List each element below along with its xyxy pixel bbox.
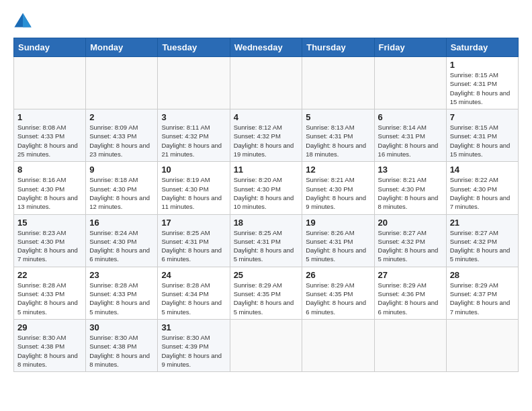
calendar-cell: 10 Sunrise: 8:19 AMSunset: 4:30 PMDaylig… [158,162,230,214]
calendar-cell: 15 Sunrise: 8:23 AMSunset: 4:30 PMDaylig… [14,214,86,267]
day-info: Sunrise: 8:08 AMSunset: 4:33 PMDaylight:… [17,124,78,158]
week-row-2: 8 Sunrise: 8:16 AMSunset: 4:30 PMDayligh… [14,162,519,214]
day-number: 21 [450,218,515,228]
day-info: Sunrise: 8:15 AMSunset: 4:31 PMDaylight:… [450,124,511,158]
day-info: Sunrise: 8:28 AMSunset: 4:34 PMDaylight:… [161,281,222,316]
calendar-cell: 5 Sunrise: 8:13 AMSunset: 4:31 PMDayligh… [302,109,374,162]
calendar-cell: 6 Sunrise: 8:14 AMSunset: 4:31 PMDayligh… [374,109,446,162]
day-number: 30 [89,322,154,332]
calendar-cell [446,319,518,371]
calendar-cell: 25 Sunrise: 8:29 AMSunset: 4:35 PMDaylig… [230,267,302,319]
day-number: 11 [234,165,299,175]
day-info: Sunrise: 8:16 AMSunset: 4:30 PMDaylight:… [17,176,78,210]
day-number: 8 [17,165,82,175]
day-info: Sunrise: 8:27 AMSunset: 4:32 PMDaylight:… [450,229,511,263]
header-sunday: Sunday [14,38,86,57]
day-info: Sunrise: 8:30 AMSunset: 4:38 PMDaylight:… [17,334,78,368]
day-info: Sunrise: 8:11 AMSunset: 4:32 PMDaylight:… [161,124,222,158]
calendar-cell: 27 Sunrise: 8:29 AMSunset: 4:36 PMDaylig… [374,267,446,319]
calendar-cell: 23 Sunrise: 8:28 AMSunset: 4:33 PMDaylig… [86,267,158,319]
day-number: 16 [89,218,154,228]
day-number: 20 [378,218,443,228]
calendar-cell: 26 Sunrise: 8:29 AMSunset: 4:35 PMDaylig… [302,267,374,319]
calendar-cell: 28 Sunrise: 8:29 AMSunset: 4:37 PMDaylig… [446,267,518,319]
day-info: Sunrise: 8:23 AMSunset: 4:30 PMDaylight:… [17,229,78,263]
week-row-3: 15 Sunrise: 8:23 AMSunset: 4:30 PMDaylig… [14,214,519,267]
week-row-4: 22 Sunrise: 8:28 AMSunset: 4:33 PMDaylig… [14,267,519,319]
header-monday: Monday [86,38,158,57]
day-info: Sunrise: 8:24 AMSunset: 4:30 PMDaylight:… [89,229,150,263]
calendar-cell [302,319,374,371]
day-number: 6 [378,112,443,122]
day-info: Sunrise: 8:15 AMSunset: 4:31 PMDaylight:… [450,71,511,105]
calendar-cell [230,319,302,371]
day-info: Sunrise: 8:28 AMSunset: 4:33 PMDaylight:… [17,281,78,316]
day-number: 17 [161,218,226,228]
day-info: Sunrise: 8:29 AMSunset: 4:35 PMDaylight:… [234,281,294,316]
day-number: 15 [17,218,82,228]
day-number: 14 [450,165,515,175]
calendar-cell [374,57,446,109]
calendar-cell: 3 Sunrise: 8:11 AMSunset: 4:32 PMDayligh… [158,109,230,162]
day-info: Sunrise: 8:21 AMSunset: 4:30 PMDaylight:… [378,176,439,210]
day-info: Sunrise: 8:18 AMSunset: 4:30 PMDaylight:… [89,176,150,210]
calendar-cell: 17 Sunrise: 8:25 AMSunset: 4:31 PMDaylig… [158,214,230,267]
calendar-cell [302,57,374,109]
calendar-header-row: SundayMondayTuesdayWednesdayThursdayFrid… [14,38,519,57]
calendar-cell: 16 Sunrise: 8:24 AMSunset: 4:30 PMDaylig… [86,214,158,267]
day-number: 28 [450,270,515,280]
calendar-cell: 20 Sunrise: 8:27 AMSunset: 4:32 PMDaylig… [374,214,446,267]
day-number: 19 [306,218,370,228]
day-info: Sunrise: 8:29 AMSunset: 4:37 PMDaylight:… [450,281,511,316]
calendar-cell [158,57,230,109]
header-friday: Friday [374,38,446,57]
logo [13,11,35,30]
day-info: Sunrise: 8:29 AMSunset: 4:35 PMDaylight:… [306,281,366,316]
day-info: Sunrise: 8:09 AMSunset: 4:33 PMDaylight:… [89,124,150,158]
day-info: Sunrise: 8:30 AMSunset: 4:38 PMDaylight:… [89,334,150,368]
day-number: 9 [89,165,154,175]
day-info: Sunrise: 8:25 AMSunset: 4:31 PMDaylight:… [161,229,222,263]
calendar-cell: 14 Sunrise: 8:22 AMSunset: 4:30 PMDaylig… [446,162,518,214]
calendar-cell [374,319,446,371]
calendar-cell: 22 Sunrise: 8:28 AMSunset: 4:33 PMDaylig… [14,267,86,319]
day-info: Sunrise: 8:22 AMSunset: 4:30 PMDaylight:… [450,176,511,210]
day-info: Sunrise: 8:12 AMSunset: 4:32 PMDaylight:… [234,124,294,158]
calendar-cell [14,57,86,109]
day-info: Sunrise: 8:21 AMSunset: 4:30 PMDaylight:… [306,176,366,210]
day-number: 29 [17,322,82,332]
day-number: 5 [306,112,370,122]
calendar-cell: 19 Sunrise: 8:26 AMSunset: 4:31 PMDaylig… [302,214,374,267]
calendar-cell: 7 Sunrise: 8:15 AMSunset: 4:31 PMDayligh… [446,109,518,162]
calendar-cell: 1 Sunrise: 8:08 AMSunset: 4:33 PMDayligh… [14,109,86,162]
day-info: Sunrise: 8:29 AMSunset: 4:36 PMDaylight:… [378,281,439,316]
svg-marker-1 [23,13,32,28]
calendar-cell: 2 Sunrise: 8:09 AMSunset: 4:33 PMDayligh… [86,109,158,162]
day-number: 3 [161,112,226,122]
calendar-cell [86,57,158,109]
day-number: 22 [17,270,82,280]
week-row-1: 1 Sunrise: 8:08 AMSunset: 4:33 PMDayligh… [14,109,519,162]
day-number: 26 [306,270,370,280]
day-number: 27 [378,270,443,280]
day-info: Sunrise: 8:20 AMSunset: 4:30 PMDaylight:… [234,176,294,210]
day-number: 2 [89,112,154,122]
day-info: Sunrise: 8:28 AMSunset: 4:33 PMDaylight:… [89,281,150,316]
day-info: Sunrise: 8:30 AMSunset: 4:39 PMDaylight:… [161,334,222,368]
calendar-cell: 29 Sunrise: 8:30 AMSunset: 4:38 PMDaylig… [14,319,86,371]
calendar-cell: 24 Sunrise: 8:28 AMSunset: 4:34 PMDaylig… [158,267,230,319]
day-number: 1 [17,112,82,122]
day-info: Sunrise: 8:13 AMSunset: 4:31 PMDaylight:… [306,124,366,158]
calendar-cell: 8 Sunrise: 8:16 AMSunset: 4:30 PMDayligh… [14,162,86,214]
header [13,11,519,30]
day-number: 1 [450,60,515,70]
day-info: Sunrise: 8:25 AMSunset: 4:31 PMDaylight:… [234,229,294,263]
day-number: 18 [234,218,299,228]
calendar-cell: 30 Sunrise: 8:30 AMSunset: 4:38 PMDaylig… [86,319,158,371]
header-thursday: Thursday [302,38,374,57]
day-number: 7 [450,112,515,122]
header-tuesday: Tuesday [158,38,230,57]
day-info: Sunrise: 8:19 AMSunset: 4:30 PMDaylight:… [161,176,222,210]
day-number: 12 [306,165,370,175]
day-info: Sunrise: 8:14 AMSunset: 4:31 PMDaylight:… [378,124,439,158]
